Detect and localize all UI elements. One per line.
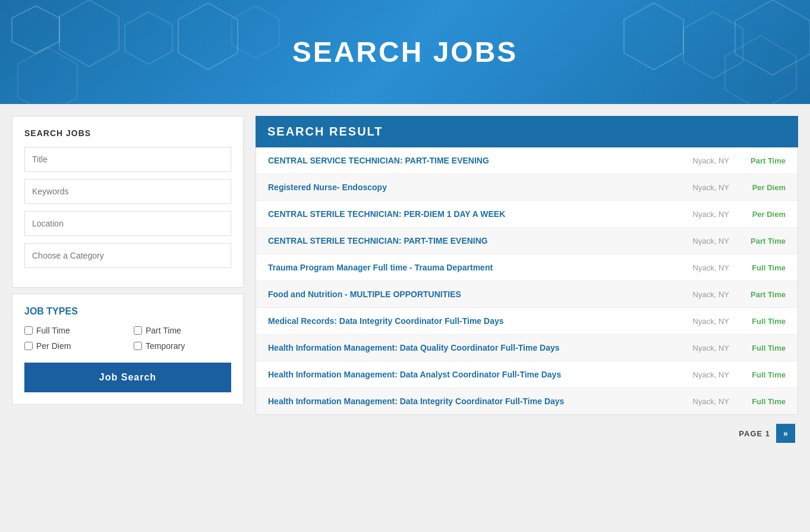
result-title: Registered Nurse- Endoscopy xyxy=(268,182,681,192)
result-title: Trauma Program Manager Full time - Traum… xyxy=(268,263,681,272)
result-type: Full Time xyxy=(741,397,786,406)
temporary-checkbox[interactable] xyxy=(134,342,142,350)
per-diem-label: Per Diem xyxy=(36,341,71,351)
result-row[interactable]: CENTRAL SERVICE TECHNICIAN: PART-TIME EV… xyxy=(256,147,798,174)
page-label: PAGE 1 xyxy=(739,429,770,438)
result-row[interactable]: Trauma Program Manager Full time - Traum… xyxy=(256,254,798,281)
result-type: Part Time xyxy=(741,156,786,165)
result-location: Nyack, NY xyxy=(693,210,729,219)
result-row[interactable]: Health Information Management: Data Inte… xyxy=(256,388,798,414)
temporary-checkbox-label[interactable]: Temporary xyxy=(134,341,231,351)
full-time-checkbox-label[interactable]: Full Time xyxy=(24,326,122,335)
temporary-label: Temporary xyxy=(146,341,185,351)
result-row[interactable]: Food and Nutrition - MULTIPLE OPPORTUNIT… xyxy=(256,281,798,308)
result-type: Per Diem xyxy=(741,210,786,219)
result-title: Health Information Management: Data Anal… xyxy=(268,370,681,379)
results-list: CENTRAL SERVICE TECHNICIAN: PART-TIME EV… xyxy=(256,147,798,415)
result-row[interactable]: Health Information Management: Data Qual… xyxy=(256,335,798,361)
result-row[interactable]: Registered Nurse- EndoscopyNyack, NYPer … xyxy=(256,174,798,201)
title-input[interactable] xyxy=(24,147,231,172)
result-title: Food and Nutrition - MULTIPLE OPPORTUNIT… xyxy=(268,289,681,299)
result-location: Nyack, NY xyxy=(693,156,729,165)
result-type: Part Time xyxy=(741,237,786,245)
result-location: Nyack, NY xyxy=(693,397,729,406)
pagination: PAGE 1 » xyxy=(256,415,798,452)
next-page-button[interactable]: » xyxy=(776,424,795,443)
result-row[interactable]: Medical Records: Data Integrity Coordina… xyxy=(256,308,798,335)
result-title: Health Information Management: Data Qual… xyxy=(268,343,681,352)
job-types-section: JOB TYPES Full Time Part Time Per Diem T… xyxy=(12,294,244,405)
result-title: Health Information Management: Data Inte… xyxy=(268,396,681,406)
search-form: SEARCH JOBS xyxy=(12,116,244,288)
job-types-checkboxes: Full Time Part Time Per Diem Temporary xyxy=(24,326,231,351)
result-type: Full Time xyxy=(741,263,786,272)
result-title: CENTRAL STERILE TECHNICIAN: PART-TIME EV… xyxy=(268,236,681,245)
per-diem-checkbox-label[interactable]: Per Diem xyxy=(24,341,122,351)
result-title: CENTRAL SERVICE TECHNICIAN: PART-TIME EV… xyxy=(268,156,681,165)
page-header: SEARCH JOBS xyxy=(0,0,810,104)
left-panel: SEARCH JOBS JOB TYPES Full Time Part Tim… xyxy=(12,116,244,452)
result-row[interactable]: CENTRAL STERILE TECHNICIAN: PER-DIEM 1 D… xyxy=(256,201,798,228)
full-time-checkbox[interactable] xyxy=(24,326,33,335)
svg-marker-4 xyxy=(624,3,683,70)
svg-marker-9 xyxy=(232,6,279,58)
svg-marker-7 xyxy=(18,48,77,104)
full-time-label: Full Time xyxy=(36,326,70,335)
result-type: Full Time xyxy=(741,344,786,352)
result-location: Nyack, NY xyxy=(693,263,729,272)
job-types-title: JOB TYPES xyxy=(24,306,231,317)
result-row[interactable]: Health Information Management: Data Anal… xyxy=(256,361,798,388)
result-type: Full Time xyxy=(741,370,786,379)
result-location: Nyack, NY xyxy=(693,344,729,352)
result-location: Nyack, NY xyxy=(693,370,729,379)
search-form-title: SEARCH JOBS xyxy=(24,128,231,138)
results-header-title: SEARCH RESULT xyxy=(267,125,786,138)
result-type: Per Diem xyxy=(741,183,786,192)
results-header: SEARCH RESULT xyxy=(256,116,798,147)
category-input[interactable] xyxy=(24,243,231,268)
result-row[interactable]: CENTRAL STERILE TECHNICIAN: PART-TIME EV… xyxy=(256,228,798,254)
per-diem-checkbox[interactable] xyxy=(24,342,33,350)
main-content: SEARCH JOBS JOB TYPES Full Time Part Tim… xyxy=(0,104,810,464)
svg-marker-2 xyxy=(125,12,172,64)
result-type: Full Time xyxy=(741,317,786,326)
right-panel: SEARCH RESULT CENTRAL SERVICE TECHNICIAN… xyxy=(256,116,798,452)
result-location: Nyack, NY xyxy=(693,317,729,326)
part-time-checkbox[interactable] xyxy=(134,326,142,335)
part-time-label: Part Time xyxy=(146,326,181,335)
location-input[interactable] xyxy=(24,211,231,236)
result-title: CENTRAL STERILE TECHNICIAN: PER-DIEM 1 D… xyxy=(268,209,681,219)
svg-marker-6 xyxy=(735,0,810,75)
svg-marker-3 xyxy=(178,3,238,70)
svg-marker-5 xyxy=(683,12,743,78)
result-title: Medical Records: Data Integrity Coordina… xyxy=(268,316,681,326)
svg-marker-0 xyxy=(12,6,59,53)
result-location: Nyack, NY xyxy=(693,290,729,299)
result-location: Nyack, NY xyxy=(693,237,729,245)
keywords-input[interactable] xyxy=(24,179,231,204)
svg-marker-1 xyxy=(59,0,119,67)
result-location: Nyack, NY xyxy=(693,183,729,192)
job-search-button[interactable]: Job Search xyxy=(24,363,231,392)
result-type: Part Time xyxy=(741,290,786,299)
page-title: SEARCH JOBS xyxy=(292,36,518,68)
part-time-checkbox-label[interactable]: Part Time xyxy=(134,326,231,335)
